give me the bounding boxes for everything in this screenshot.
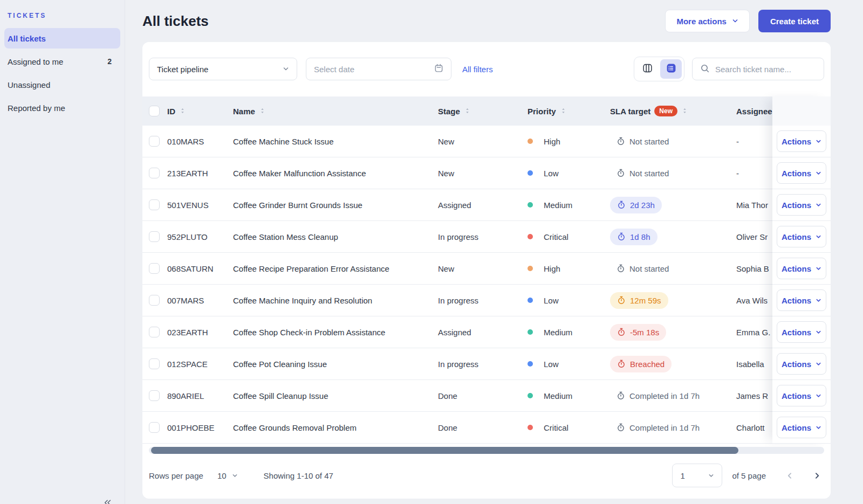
rows-per-page-select[interactable]: 10 (217, 471, 238, 480)
row-checkbox[interactable] (149, 168, 160, 178)
column-header-id[interactable]: ID (167, 107, 175, 116)
row-checkbox[interactable] (149, 136, 160, 147)
horizontal-scrollbar-thumb[interactable] (151, 447, 738, 454)
actions-cell: Actions (772, 380, 831, 412)
table-row[interactable]: 068SATURN Coffee Recipe Preparation Erro… (142, 253, 831, 285)
previous-page-button[interactable] (782, 468, 797, 483)
column-header-stage[interactable]: Stage (438, 107, 460, 116)
actions-cell: Actions (772, 348, 831, 380)
table-row[interactable]: 952PLUTO Coffee Station Mess Cleanup In … (142, 221, 831, 253)
chevron-down-icon (816, 393, 821, 399)
rows-per-page-value: 10 (217, 471, 227, 480)
row-checkbox[interactable] (149, 295, 160, 306)
list-view-button[interactable] (660, 59, 682, 79)
search-box[interactable] (692, 58, 824, 80)
more-actions-label: More actions (676, 17, 727, 26)
column-header-sla[interactable]: SLA target (610, 107, 650, 116)
search-input[interactable] (715, 65, 807, 74)
actions-button-label: Actions (782, 137, 811, 146)
sidebar-item-all-tickets[interactable]: All tickets (4, 28, 120, 49)
row-checkbox[interactable] (149, 390, 160, 401)
actions-column-body: Actions Actions Actions Actions (772, 126, 831, 444)
tickets-card: Ticket pipeline All filters (142, 42, 831, 499)
pipeline-select[interactable]: Ticket pipeline (149, 58, 297, 80)
sidebar-item-reported-by-me[interactable]: Reported by me (4, 98, 120, 118)
chevron-down-icon (816, 266, 821, 272)
search-icon (700, 64, 710, 75)
sla-text: 2d 23h (630, 201, 655, 210)
column-header-assignee[interactable]: Assignee (736, 107, 772, 116)
next-page-button[interactable] (809, 468, 824, 483)
row-assignee: James R (736, 391, 768, 401)
sidebar-item-label: Reported by me (8, 103, 65, 113)
row-name: Coffee Machine Stuck Issue (233, 137, 334, 146)
actions-button[interactable]: Actions (777, 417, 826, 438)
table-row[interactable]: 007MARS Coffee Machine Inquiry and Resol… (142, 285, 831, 316)
row-assignee: - (736, 137, 739, 146)
table-row[interactable]: 001PHOEBE Coffee Grounds Removal Problem… (142, 412, 831, 444)
row-assignee: Mia Thor (736, 201, 768, 210)
stopwatch-icon (617, 232, 626, 241)
actions-button[interactable]: Actions (777, 289, 826, 311)
table-row[interactable]: 023EARTH Coffee Shop Check-in Problem As… (142, 316, 831, 348)
collapse-sidebar-icon[interactable] (104, 499, 112, 504)
kanban-view-button[interactable] (636, 59, 658, 79)
row-checkbox[interactable] (149, 327, 160, 337)
row-checkbox[interactable] (149, 422, 160, 433)
sort-icon[interactable] (681, 107, 688, 116)
create-ticket-button[interactable]: Create ticket (758, 10, 831, 32)
stopwatch-icon (617, 391, 625, 400)
column-header-name[interactable]: Name (233, 107, 255, 116)
table-row[interactable]: 213EARTH Coffee Maker Malfunction Assist… (142, 157, 831, 189)
actions-button[interactable]: Actions (777, 226, 826, 247)
column-header-priority[interactable]: Priority (528, 107, 556, 116)
sidebar-item-unassigned[interactable]: Unassigned (4, 74, 120, 95)
actions-button[interactable]: Actions (777, 385, 826, 406)
showing-text: Showing 1-10 of 47 (264, 471, 333, 480)
horizontal-scrollbar[interactable] (149, 447, 824, 454)
page-header: All tickets More actions Create ticket (142, 9, 831, 33)
row-checkbox[interactable] (149, 358, 160, 369)
row-assignee: Isabella (736, 360, 764, 369)
page-select[interactable]: 1 (672, 464, 722, 487)
row-stage: In progress (438, 360, 478, 369)
sla-badge: Not started (610, 169, 669, 178)
table-body: 010MARS Coffee Machine Stuck Issue New H… (142, 126, 831, 444)
actions-button[interactable]: Actions (777, 353, 826, 375)
actions-cell: Actions (772, 157, 831, 189)
row-name: Coffee Recipe Preparation Error Assistan… (233, 264, 389, 273)
table-row[interactable]: 012SPACE Coffee Pot Cleaning Issue In pr… (142, 348, 831, 380)
row-checkbox[interactable] (149, 199, 160, 210)
row-name: Coffee Grinder Burnt Grounds Issue (233, 201, 362, 210)
more-actions-button[interactable]: More actions (665, 10, 750, 32)
sort-icon[interactable] (560, 107, 567, 116)
table-row[interactable]: 010MARS Coffee Machine Stuck Issue New H… (142, 126, 831, 157)
chevron-down-icon (816, 329, 821, 335)
row-checkbox[interactable] (149, 263, 160, 274)
actions-button[interactable]: Actions (777, 162, 826, 184)
select-all-checkbox[interactable] (149, 106, 160, 116)
sla-text: Not started (629, 137, 669, 146)
actions-button[interactable]: Actions (777, 258, 826, 279)
table-row[interactable]: 890ARIEL Coffee Spill Cleanup Issue Done… (142, 380, 831, 412)
row-checkbox[interactable] (149, 231, 160, 242)
sort-icon[interactable] (179, 107, 186, 116)
table-row[interactable]: 501VENUS Coffee Grinder Burnt Grounds Is… (142, 189, 831, 221)
actions-button[interactable]: Actions (777, 194, 826, 216)
actions-button[interactable]: Actions (777, 321, 826, 343)
priority-dot (528, 266, 533, 271)
sla-badge: Breached (610, 356, 672, 372)
row-priority-label: Low (544, 360, 559, 369)
date-filter[interactable] (306, 58, 451, 80)
sort-icon[interactable] (464, 107, 471, 116)
sla-badge: 2d 23h (610, 197, 662, 213)
row-stage: Done (438, 391, 457, 401)
sla-badge: 12m 59s (610, 292, 668, 309)
sort-icon[interactable] (259, 107, 266, 116)
actions-button[interactable]: Actions (777, 130, 826, 152)
row-id: 023EARTH (167, 328, 208, 337)
all-filters-link[interactable]: All filters (462, 65, 493, 74)
date-input[interactable] (314, 65, 411, 74)
sidebar-item-assigned-to-me[interactable]: Assigned to me 2 (4, 51, 120, 72)
row-priority-label: Low (544, 169, 559, 178)
